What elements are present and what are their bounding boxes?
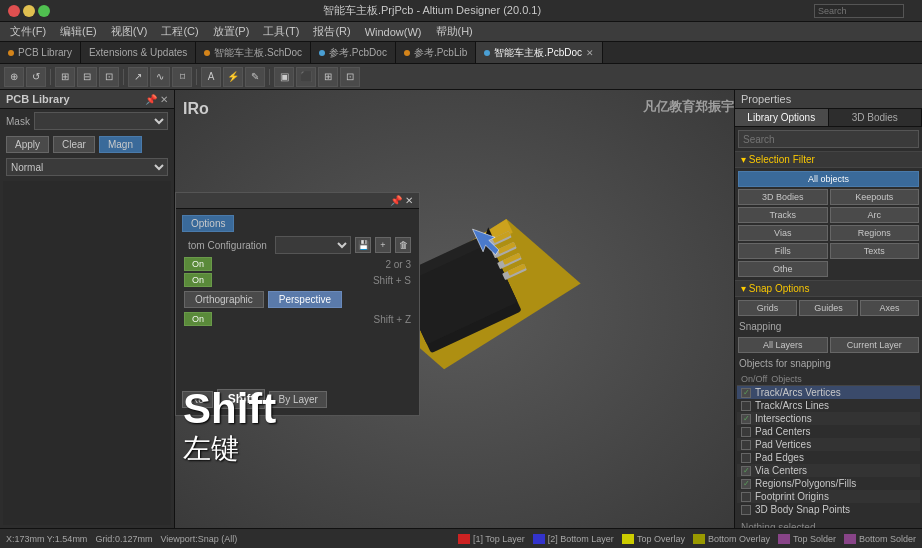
toggle-on-1[interactable]: On [184,257,212,271]
mask-dropdown[interactable] [34,112,168,130]
overlay-pin-icon[interactable]: 📌 [390,195,402,206]
selection-filter-title[interactable]: Selection Filter [735,151,922,168]
snap-row-3[interactable]: Pad Centers [737,425,920,438]
snap-axes[interactable]: Axes [860,300,919,316]
menu-project[interactable]: 工程(C) [155,22,204,41]
toolbar-btn-3[interactable]: ⊞ [55,67,75,87]
snap-check-5[interactable] [741,453,751,463]
toolbar-btn-11[interactable]: ✎ [245,67,265,87]
view-buttons: Orthographic Perspective [180,288,415,311]
toolbar-btn-13[interactable]: ⬛ [296,67,316,87]
library-list[interactable] [3,181,171,525]
snap-row-0[interactable]: ✓ Track/Arcs Vertices [737,386,920,399]
snap-row-4[interactable]: Pad Vertices [737,438,920,451]
options-btn[interactable]: Options [182,215,234,232]
tab-sch-doc[interactable]: 智能车主板.SchDoc [196,42,311,63]
menu-report[interactable]: 报告(R) [307,22,356,41]
tab-ref-pcb[interactable]: 参考.PcbDoc [311,42,396,63]
perspective-btn[interactable]: Perspective [268,291,342,308]
toolbar-btn-10[interactable]: ⚡ [223,67,243,87]
snap-row-8[interactable]: Footprint Origins [737,490,920,503]
menu-edit[interactable]: 编辑(E) [54,22,103,41]
overlay-close-icon[interactable]: ✕ [405,195,413,206]
tab-main-pcb[interactable]: 智能车主板.PcbDoc ✕ [476,42,603,63]
snap-check-0[interactable]: ✓ [741,388,751,398]
toolbar-btn-4[interactable]: ⊟ [77,67,97,87]
filter-tracks[interactable]: Tracks [738,207,828,223]
magnify-button[interactable]: Magn [99,136,142,153]
search-input-top[interactable] [814,4,904,18]
orthographic-btn[interactable]: Orthographic [184,291,264,308]
toggle-on-2[interactable]: On [184,273,212,287]
snap-row-7[interactable]: ✓ Regions/Polygons/Fills [737,477,920,490]
apply-button[interactable]: Apply [6,136,49,153]
snap-options-title[interactable]: Snap Options [735,280,922,297]
snap-row-1[interactable]: Track/Arcs Lines [737,399,920,412]
filter-arcs[interactable]: Arc [830,207,920,223]
snap-row-5[interactable]: Pad Edges [737,451,920,464]
snap-grids[interactable]: Grids [738,300,797,316]
snap-row-2[interactable]: ✓ Intersections [737,412,920,425]
filter-keepouts[interactable]: Keepouts [830,189,920,205]
toolbar-btn-5[interactable]: ⊡ [99,67,119,87]
current-layer-btn[interactable]: Current Layer [830,337,920,353]
all-layers-btn[interactable]: All Layers [738,337,828,353]
panel-pin-icon[interactable]: 📌 [145,94,157,105]
filter-vias[interactable]: Vias [738,225,828,241]
toolbar-btn-2[interactable]: ↺ [26,67,46,87]
tab-library-options[interactable]: Library Options [735,109,829,126]
config-dropdown[interactable] [275,236,351,254]
minimize-button[interactable] [23,5,35,17]
menu-window[interactable]: Window(W) [359,24,428,40]
snap-check-3[interactable] [741,427,751,437]
toggle-on-3[interactable]: On [184,312,212,326]
toolbar-btn-9[interactable]: A [201,67,221,87]
panel-close-icon[interactable]: ✕ [160,94,168,105]
toggle-row-3: On Shift + Z [180,311,415,327]
snap-check-2[interactable]: ✓ [741,414,751,424]
filter-fills[interactable]: Fills [738,243,828,259]
menu-tools[interactable]: 工具(T) [257,22,305,41]
snap-check-4[interactable] [741,440,751,450]
snap-check-7[interactable]: ✓ [741,479,751,489]
menu-help[interactable]: 帮助(H) [430,22,479,41]
snap-check-9[interactable] [741,505,751,515]
menu-place[interactable]: 放置(P) [207,22,256,41]
toolbar-btn-1[interactable]: ⊕ [4,67,24,87]
close-button[interactable] [8,5,20,17]
filter-other[interactable]: Othe [738,261,828,277]
iro-text: IRo [183,100,209,118]
tab-3d-bodies[interactable]: 3D Bodies [829,109,923,126]
maximize-button[interactable] [38,5,50,17]
menu-file[interactable]: 文件(F) [4,22,52,41]
snap-check-1[interactable] [741,401,751,411]
toolbar-btn-15[interactable]: ⊡ [340,67,360,87]
snap-check-8[interactable] [741,492,751,502]
config-save-btn[interactable]: 💾 [355,237,371,253]
snap-check-6[interactable]: ✓ [741,466,751,476]
filter-regions[interactable]: Regions [830,225,920,241]
snap-guides[interactable]: Guides [799,300,858,316]
normal-select[interactable]: Normal [6,158,168,176]
filter-texts[interactable]: Texts [830,243,920,259]
tab-extensions[interactable]: Extensions & Updates [81,42,196,63]
tab-ref-lib[interactable]: 参考.PcbLib [396,42,476,63]
toolbar-btn-6[interactable]: ↗ [128,67,148,87]
clear-button[interactable]: Clear [53,136,95,153]
filter-3d-bodies[interactable]: 3D Bodies [738,189,828,205]
tab-pcb-library[interactable]: PCB Library [0,42,81,63]
filter-all-objects[interactable]: All objects [738,171,919,187]
toolbar-btn-8[interactable]: ⌑ [172,67,192,87]
snap-row-9[interactable]: 3D Body Snap Points [737,503,920,516]
snap-name-5: Pad Edges [755,452,916,463]
config-del-btn[interactable]: 🗑 [395,237,411,253]
toolbar-btn-14[interactable]: ⊞ [318,67,338,87]
toolbar-btn-7[interactable]: ∿ [150,67,170,87]
snap-row-6[interactable]: ✓ Via Centers [737,464,920,477]
status-layer-3: Top Overlay [622,534,685,544]
menu-view[interactable]: 视图(V) [105,22,154,41]
properties-search[interactable] [738,130,919,148]
by-layer-btn[interactable]: By Layer [269,391,326,408]
toolbar-btn-12[interactable]: ▣ [274,67,294,87]
config-add-btn[interactable]: + [375,237,391,253]
